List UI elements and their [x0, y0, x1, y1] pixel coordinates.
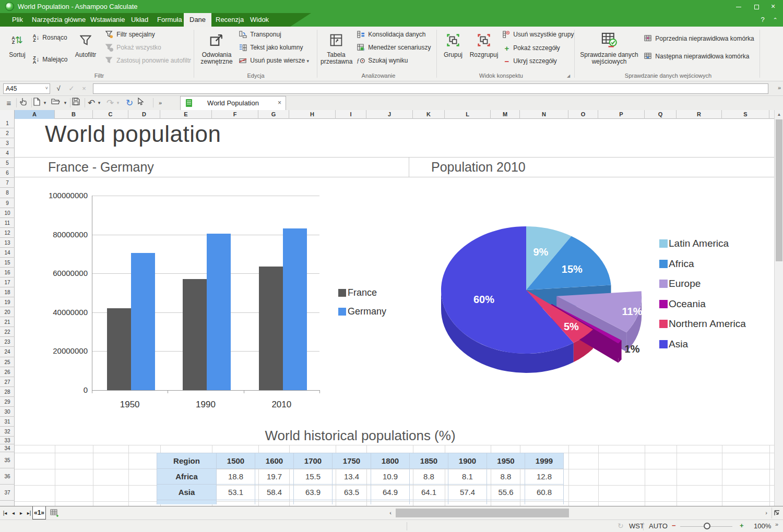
table-header-cell[interactable]: Region — [157, 453, 217, 469]
zastosuj-autofiltr-button[interactable]: Zastosuj ponownie autofiltr — [105, 57, 191, 67]
chevron-down-icon[interactable]: ▾ — [115, 98, 121, 108]
table-region-cell[interactable] — [157, 500, 217, 504]
menu-tab-uk-ad[interactable]: Układ — [125, 13, 154, 27]
row-header-3[interactable]: 3 — [0, 139, 15, 148]
table-data-cell[interactable]: 8.8 — [487, 469, 525, 485]
column-header-K[interactable]: K — [413, 110, 445, 119]
toolbar-more-icon[interactable]: » — [157, 98, 164, 108]
bar-germany-1990[interactable] — [207, 234, 231, 390]
pie-chart[interactable]: 9%15%11%1%5%60% — [412, 214, 673, 386]
last-sheet-button[interactable]: ▸| — [25, 508, 33, 518]
table-data-cell[interactable]: 58.4 — [255, 485, 294, 500]
ukryj-szczegoly-button[interactable]: − Ukryj szczegóły — [502, 57, 557, 67]
menu-tab-dane[interactable]: Dane — [184, 13, 211, 27]
konsolidacja-button[interactable]: Konsolidacja danych — [357, 31, 425, 41]
column-header-R[interactable]: R — [677, 110, 722, 119]
add-sheet-icon[interactable] — [50, 509, 59, 517]
row-header-5[interactable]: 5 — [0, 159, 15, 168]
cell-name-box[interactable]: A45 ˅ — [3, 83, 50, 94]
table-region-cell[interactable]: Asia — [157, 485, 217, 500]
rosnaco-button[interactable]: AZ↓ Rosnąco — [31, 34, 67, 44]
bar-france-1950[interactable] — [107, 308, 131, 390]
table-data-cell[interactable]: 63.5 — [333, 485, 371, 500]
row-header-11[interactable]: 11 — [0, 219, 15, 228]
column-header-A[interactable]: A — [15, 110, 55, 119]
sprawdzanie-danych-button[interactable]: Sprawdzanie danych wejściowych — [578, 30, 640, 65]
vertical-scrollbar[interactable]: ▲ — [774, 110, 783, 506]
table-data-cell[interactable] — [217, 500, 255, 504]
table-header-cell[interactable]: 1600 — [255, 453, 294, 469]
help-icon[interactable]: ? — [757, 14, 768, 26]
table-data-cell[interactable]: 10.9 — [371, 469, 410, 485]
row-header-34[interactable]: 34 — [0, 445, 15, 452]
usun-puste-wiersze-button[interactable]: Usuń puste wiersze ▾ — [239, 57, 309, 67]
pointer-icon[interactable] — [137, 98, 148, 108]
chevron-down-icon[interactable]: ▾ — [42, 98, 48, 108]
row-header-23[interactable]: 23 — [0, 337, 15, 347]
zoom-out-button[interactable]: − — [672, 522, 676, 529]
row-header-35[interactable]: 35 — [0, 453, 15, 468]
column-header-P[interactable]: P — [598, 110, 645, 119]
column-header-F[interactable]: F — [212, 110, 258, 119]
row-header-16[interactable]: 16 — [0, 268, 15, 277]
zoom-slider-knob[interactable] — [704, 523, 710, 529]
odwolania-button[interactable]: Odwołania zewnętrzne — [199, 30, 234, 65]
table-data-cell[interactable] — [333, 500, 371, 504]
row-header-32[interactable]: 32 — [0, 427, 15, 437]
column-header-O[interactable]: O — [568, 110, 598, 119]
tekst-jako-kolumny-button[interactable]: Tekst jako kolumny — [239, 44, 303, 54]
row-header-14[interactable]: 14 — [0, 248, 15, 258]
row-header-28[interactable]: 28 — [0, 388, 15, 397]
bar-france-1990[interactable] — [183, 279, 207, 390]
malejaco-button[interactable]: ZA↓ Malejąco — [31, 56, 67, 66]
row-header-19[interactable]: 19 — [0, 298, 15, 307]
horizontal-scroll-thumb[interactable] — [396, 509, 569, 517]
row-header-24[interactable]: 24 — [0, 347, 15, 357]
chevron-down-icon[interactable]: ▾ — [97, 98, 102, 108]
row-header-2[interactable]: 2 — [0, 129, 15, 138]
row-header-13[interactable]: 13 — [0, 238, 15, 248]
undo-icon[interactable]: ↶ — [87, 98, 96, 108]
column-header-C[interactable]: C — [93, 110, 128, 119]
sheet-tab[interactable]: «1» — [32, 506, 46, 519]
row-header-7[interactable]: 7 — [0, 178, 15, 188]
bar-germany-2010[interactable] — [283, 228, 307, 390]
scroll-up-icon[interactable]: ▲ — [775, 110, 783, 119]
grupuj-button[interactable]: Grupuj — [441, 30, 466, 58]
table-data-cell[interactable]: 60.8 — [525, 485, 564, 500]
rozgrupuj-button[interactable]: Rozgrupuj — [468, 30, 500, 58]
redo-icon[interactable]: ↷ — [105, 98, 115, 108]
row-header-10[interactable]: 10 — [0, 209, 15, 218]
row-header-22[interactable]: 22 — [0, 328, 15, 337]
table-data-cell[interactable]: 8.1 — [448, 469, 487, 485]
sortuj-button[interactable]: AZ⇅ Sortuj — [4, 30, 30, 58]
touch-mode-icon[interactable] — [19, 98, 30, 108]
menu-tab-widok[interactable]: Widok — [244, 13, 275, 27]
pokaz-szczegoly-button[interactable]: + Pokaż szczegóły — [502, 44, 560, 54]
table-data-cell[interactable]: 53.1 — [217, 485, 255, 500]
row-header-36[interactable]: 36 — [0, 469, 15, 485]
bar-france-2010[interactable] — [259, 267, 283, 390]
column-header-B[interactable]: B — [55, 110, 93, 119]
collapse-ribbon-icon[interactable]: ⌃ — [769, 14, 781, 26]
row-header-26[interactable]: 26 — [0, 368, 15, 377]
table-data-cell[interactable]: 57.4 — [448, 485, 487, 500]
table-header-cell[interactable]: 1500 — [217, 453, 255, 469]
row-header-21[interactable]: 21 — [0, 318, 15, 327]
table-header-cell[interactable]: 1850 — [410, 453, 448, 469]
row-header-1[interactable]: 1 — [0, 119, 15, 128]
row-header-33[interactable]: 33 — [0, 437, 15, 444]
jump-to-selection-button[interactable] — [772, 507, 782, 518]
menu-tab-wstawianie[interactable]: Wstawianie — [85, 13, 130, 27]
cancel-button[interactable]: × — [79, 83, 89, 94]
refresh-icon[interactable]: ↻ — [124, 98, 135, 108]
column-header-D[interactable]: D — [128, 110, 160, 119]
column-header-G[interactable]: G — [258, 110, 289, 119]
table-header-cell[interactable]: 1950 — [487, 453, 525, 469]
row-header-18[interactable]: 18 — [0, 288, 15, 297]
zoom-in-button[interactable]: + — [740, 522, 744, 529]
bar-chart[interactable]: 0200000004000000060000000800000001000000… — [42, 192, 386, 417]
formula-more-icon[interactable]: » — [778, 84, 781, 91]
scroll-right-icon[interactable]: › — [762, 507, 770, 518]
table-data-cell[interactable]: 12.8 — [525, 469, 564, 485]
